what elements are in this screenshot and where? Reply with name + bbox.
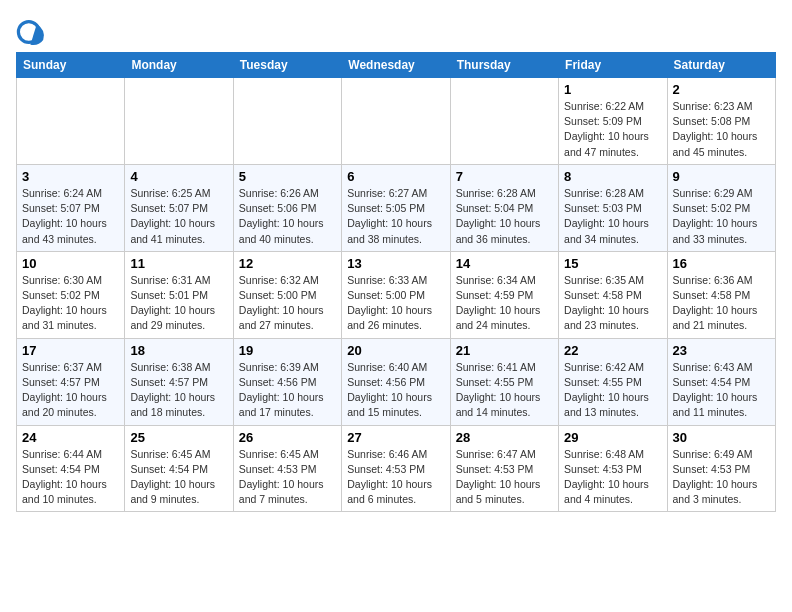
day-number: 18 — [130, 343, 227, 358]
day-info: Sunrise: 6:40 AM Sunset: 4:56 PM Dayligh… — [347, 360, 444, 421]
weekday-header-wednesday: Wednesday — [342, 53, 450, 78]
day-info: Sunrise: 6:28 AM Sunset: 5:04 PM Dayligh… — [456, 186, 553, 247]
calendar-cell — [233, 78, 341, 165]
calendar-week-4: 17Sunrise: 6:37 AM Sunset: 4:57 PM Dayli… — [17, 338, 776, 425]
calendar-cell: 22Sunrise: 6:42 AM Sunset: 4:55 PM Dayli… — [559, 338, 667, 425]
day-number: 29 — [564, 430, 661, 445]
day-number: 20 — [347, 343, 444, 358]
day-number: 27 — [347, 430, 444, 445]
day-number: 10 — [22, 256, 119, 271]
calendar-cell: 30Sunrise: 6:49 AM Sunset: 4:53 PM Dayli… — [667, 425, 775, 512]
calendar-cell: 13Sunrise: 6:33 AM Sunset: 5:00 PM Dayli… — [342, 251, 450, 338]
day-number: 21 — [456, 343, 553, 358]
calendar-cell — [125, 78, 233, 165]
weekday-header-monday: Monday — [125, 53, 233, 78]
calendar-week-5: 24Sunrise: 6:44 AM Sunset: 4:54 PM Dayli… — [17, 425, 776, 512]
day-number: 1 — [564, 82, 661, 97]
day-info: Sunrise: 6:34 AM Sunset: 4:59 PM Dayligh… — [456, 273, 553, 334]
day-info: Sunrise: 6:35 AM Sunset: 4:58 PM Dayligh… — [564, 273, 661, 334]
calendar-cell: 6Sunrise: 6:27 AM Sunset: 5:05 PM Daylig… — [342, 164, 450, 251]
calendar-cell: 28Sunrise: 6:47 AM Sunset: 4:53 PM Dayli… — [450, 425, 558, 512]
calendar-cell: 23Sunrise: 6:43 AM Sunset: 4:54 PM Dayli… — [667, 338, 775, 425]
day-info: Sunrise: 6:43 AM Sunset: 4:54 PM Dayligh… — [673, 360, 770, 421]
day-number: 19 — [239, 343, 336, 358]
day-info: Sunrise: 6:28 AM Sunset: 5:03 PM Dayligh… — [564, 186, 661, 247]
calendar-cell: 3Sunrise: 6:24 AM Sunset: 5:07 PM Daylig… — [17, 164, 125, 251]
weekday-header-saturday: Saturday — [667, 53, 775, 78]
day-info: Sunrise: 6:48 AM Sunset: 4:53 PM Dayligh… — [564, 447, 661, 508]
weekday-header-row: SundayMondayTuesdayWednesdayThursdayFrid… — [17, 53, 776, 78]
day-info: Sunrise: 6:27 AM Sunset: 5:05 PM Dayligh… — [347, 186, 444, 247]
calendar-cell: 1Sunrise: 6:22 AM Sunset: 5:09 PM Daylig… — [559, 78, 667, 165]
weekday-header-sunday: Sunday — [17, 53, 125, 78]
calendar-cell: 27Sunrise: 6:46 AM Sunset: 4:53 PM Dayli… — [342, 425, 450, 512]
day-number: 28 — [456, 430, 553, 445]
logo — [16, 16, 54, 48]
day-info: Sunrise: 6:46 AM Sunset: 4:53 PM Dayligh… — [347, 447, 444, 508]
day-number: 9 — [673, 169, 770, 184]
calendar-cell — [17, 78, 125, 165]
calendar-cell: 15Sunrise: 6:35 AM Sunset: 4:58 PM Dayli… — [559, 251, 667, 338]
weekday-header-tuesday: Tuesday — [233, 53, 341, 78]
calendar-cell: 5Sunrise: 6:26 AM Sunset: 5:06 PM Daylig… — [233, 164, 341, 251]
day-info: Sunrise: 6:38 AM Sunset: 4:57 PM Dayligh… — [130, 360, 227, 421]
calendar-cell: 10Sunrise: 6:30 AM Sunset: 5:02 PM Dayli… — [17, 251, 125, 338]
calendar-cell: 19Sunrise: 6:39 AM Sunset: 4:56 PM Dayli… — [233, 338, 341, 425]
day-info: Sunrise: 6:42 AM Sunset: 4:55 PM Dayligh… — [564, 360, 661, 421]
calendar-cell: 2Sunrise: 6:23 AM Sunset: 5:08 PM Daylig… — [667, 78, 775, 165]
day-number: 14 — [456, 256, 553, 271]
calendar-cell: 14Sunrise: 6:34 AM Sunset: 4:59 PM Dayli… — [450, 251, 558, 338]
calendar-cell: 20Sunrise: 6:40 AM Sunset: 4:56 PM Dayli… — [342, 338, 450, 425]
day-info: Sunrise: 6:23 AM Sunset: 5:08 PM Dayligh… — [673, 99, 770, 160]
day-number: 17 — [22, 343, 119, 358]
day-info: Sunrise: 6:32 AM Sunset: 5:00 PM Dayligh… — [239, 273, 336, 334]
day-number: 2 — [673, 82, 770, 97]
day-info: Sunrise: 6:37 AM Sunset: 4:57 PM Dayligh… — [22, 360, 119, 421]
day-info: Sunrise: 6:24 AM Sunset: 5:07 PM Dayligh… — [22, 186, 119, 247]
calendar-week-3: 10Sunrise: 6:30 AM Sunset: 5:02 PM Dayli… — [17, 251, 776, 338]
calendar-week-1: 1Sunrise: 6:22 AM Sunset: 5:09 PM Daylig… — [17, 78, 776, 165]
page-header — [16, 16, 776, 48]
day-number: 6 — [347, 169, 444, 184]
day-number: 11 — [130, 256, 227, 271]
day-info: Sunrise: 6:39 AM Sunset: 4:56 PM Dayligh… — [239, 360, 336, 421]
day-number: 7 — [456, 169, 553, 184]
day-info: Sunrise: 6:33 AM Sunset: 5:00 PM Dayligh… — [347, 273, 444, 334]
calendar-cell: 9Sunrise: 6:29 AM Sunset: 5:02 PM Daylig… — [667, 164, 775, 251]
day-info: Sunrise: 6:47 AM Sunset: 4:53 PM Dayligh… — [456, 447, 553, 508]
day-info: Sunrise: 6:45 AM Sunset: 4:53 PM Dayligh… — [239, 447, 336, 508]
calendar-week-2: 3Sunrise: 6:24 AM Sunset: 5:07 PM Daylig… — [17, 164, 776, 251]
day-info: Sunrise: 6:22 AM Sunset: 5:09 PM Dayligh… — [564, 99, 661, 160]
calendar-cell: 11Sunrise: 6:31 AM Sunset: 5:01 PM Dayli… — [125, 251, 233, 338]
day-info: Sunrise: 6:31 AM Sunset: 5:01 PM Dayligh… — [130, 273, 227, 334]
day-info: Sunrise: 6:29 AM Sunset: 5:02 PM Dayligh… — [673, 186, 770, 247]
day-number: 22 — [564, 343, 661, 358]
day-info: Sunrise: 6:49 AM Sunset: 4:53 PM Dayligh… — [673, 447, 770, 508]
day-info: Sunrise: 6:30 AM Sunset: 5:02 PM Dayligh… — [22, 273, 119, 334]
logo-icon — [16, 16, 48, 48]
calendar-cell: 4Sunrise: 6:25 AM Sunset: 5:07 PM Daylig… — [125, 164, 233, 251]
day-number: 8 — [564, 169, 661, 184]
day-number: 4 — [130, 169, 227, 184]
calendar-cell: 7Sunrise: 6:28 AM Sunset: 5:04 PM Daylig… — [450, 164, 558, 251]
calendar-cell: 25Sunrise: 6:45 AM Sunset: 4:54 PM Dayli… — [125, 425, 233, 512]
calendar-table: SundayMondayTuesdayWednesdayThursdayFrid… — [16, 52, 776, 512]
day-info: Sunrise: 6:44 AM Sunset: 4:54 PM Dayligh… — [22, 447, 119, 508]
calendar-cell: 26Sunrise: 6:45 AM Sunset: 4:53 PM Dayli… — [233, 425, 341, 512]
calendar-cell — [342, 78, 450, 165]
day-info: Sunrise: 6:26 AM Sunset: 5:06 PM Dayligh… — [239, 186, 336, 247]
day-number: 3 — [22, 169, 119, 184]
day-number: 25 — [130, 430, 227, 445]
day-number: 23 — [673, 343, 770, 358]
weekday-header-friday: Friday — [559, 53, 667, 78]
calendar-cell: 12Sunrise: 6:32 AM Sunset: 5:00 PM Dayli… — [233, 251, 341, 338]
day-info: Sunrise: 6:41 AM Sunset: 4:55 PM Dayligh… — [456, 360, 553, 421]
day-number: 26 — [239, 430, 336, 445]
day-number: 24 — [22, 430, 119, 445]
day-number: 13 — [347, 256, 444, 271]
calendar-cell: 21Sunrise: 6:41 AM Sunset: 4:55 PM Dayli… — [450, 338, 558, 425]
day-number: 12 — [239, 256, 336, 271]
calendar-cell: 18Sunrise: 6:38 AM Sunset: 4:57 PM Dayli… — [125, 338, 233, 425]
calendar-cell: 24Sunrise: 6:44 AM Sunset: 4:54 PM Dayli… — [17, 425, 125, 512]
calendar-cell: 29Sunrise: 6:48 AM Sunset: 4:53 PM Dayli… — [559, 425, 667, 512]
